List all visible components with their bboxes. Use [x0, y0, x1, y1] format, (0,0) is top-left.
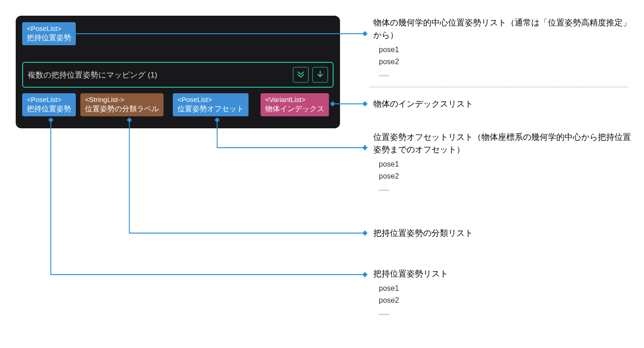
- port-type: <VariantList>: [265, 96, 324, 104]
- desc-text: 物体のインデックスリスト: [373, 98, 635, 110]
- node-panel: <PoseList> 把持位置姿勢 複数の把持位置姿勢にマッピング (1): [16, 16, 340, 128]
- port-label: 位置姿勢の分類ラベル: [85, 104, 159, 114]
- svg-rect-6: [362, 145, 367, 150]
- port-type: <PoseList>: [27, 96, 71, 104]
- desc-object-index: 物体のインデックスリスト: [373, 98, 635, 110]
- desc-input: 物体の幾何学的中心位置姿勢リスト（通常は「位置姿勢高精度推定」から） pose1…: [373, 17, 635, 79]
- list-item: pose1: [379, 44, 635, 55]
- node-title: 複数の把持位置姿勢にマッピング (1): [28, 70, 158, 80]
- desc-text: 位置姿勢オフセットリスト（物体座標系の幾何学的中心から把持位置姿勢までのオフセッ…: [373, 131, 635, 156]
- desc-text: 物体の幾何学的中心位置姿勢リスト（通常は「位置姿勢高精度推定」から）: [373, 17, 635, 42]
- connector-grasp: [48, 117, 367, 277]
- run-button[interactable]: [312, 67, 328, 83]
- dotted-separator: [370, 87, 628, 87]
- desc-offset: 位置姿勢オフセットリスト（物体座標系の幾何学的中心から把持位置姿勢までのオフセッ…: [373, 131, 635, 194]
- svg-rect-8: [362, 230, 367, 235]
- node-title-row: 複数の把持位置姿勢にマッピング (1): [22, 62, 334, 88]
- desc-text: 把持位置姿勢の分類リスト: [373, 227, 635, 240]
- list-item: .....: [379, 183, 635, 194]
- output-port-classify-stringlist[interactable]: <StringList-> 位置姿勢の分類ラベル: [80, 93, 164, 116]
- connector-classify: [127, 117, 367, 235]
- list-item: pose2: [379, 171, 635, 182]
- list-item: pose2: [379, 56, 635, 67]
- desc-classify: 把持位置姿勢の分類リスト: [373, 227, 635, 240]
- desc-text: 把持位置姿勢リスト: [373, 268, 635, 280]
- port-type: <StringList->: [85, 96, 159, 104]
- list-item: pose1: [379, 159, 635, 170]
- svg-rect-4: [362, 101, 367, 106]
- port-label: 把持位置姿勢: [27, 104, 71, 114]
- svg-rect-10: [362, 272, 367, 277]
- input-port-poselist[interactable]: <PoseList> 把持位置姿勢: [22, 22, 76, 45]
- port-type: <PoseList>: [27, 24, 71, 33]
- port-type: <PoseList>: [177, 96, 244, 104]
- expand-button[interactable]: [293, 67, 309, 83]
- output-port-grasp-poselist[interactable]: <PoseList> 把持位置姿勢: [22, 93, 76, 116]
- arrow-down-icon: [316, 70, 324, 80]
- desc-grasp: 把持位置姿勢リスト pose1 pose2 .....: [373, 268, 635, 318]
- svg-rect-2: [362, 31, 367, 36]
- chevron-down-double-icon: [297, 70, 305, 80]
- output-port-offset-poselist[interactable]: <PoseList> 位置姿勢オフセット: [173, 93, 249, 116]
- port-label: 物体インデックス: [265, 104, 324, 114]
- desc-items: pose1 pose2 .....: [379, 44, 635, 79]
- list-item: pose2: [379, 295, 635, 306]
- output-port-objectindex-variantlist[interactable]: <VariantList> 物体インデックス: [261, 93, 329, 116]
- port-label: 把持位置姿勢: [27, 33, 71, 42]
- port-label: 位置姿勢オフセット: [177, 104, 244, 114]
- list-item: .....: [379, 68, 635, 79]
- list-item: pose1: [379, 283, 635, 294]
- desc-items: pose1 pose2 .....: [379, 159, 635, 194]
- list-item: .....: [379, 307, 635, 318]
- desc-items: pose1 pose2 .....: [379, 283, 635, 318]
